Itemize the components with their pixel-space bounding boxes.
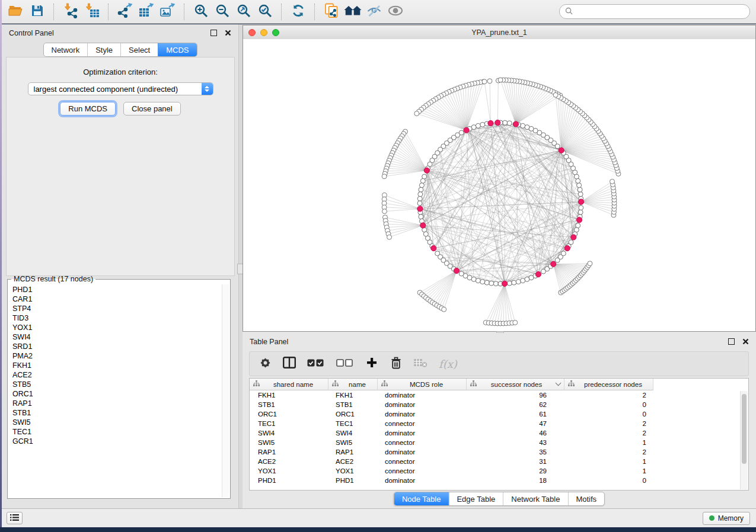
result-item[interactable]: PHD1 [12,285,218,294]
result-item[interactable]: SWI4 [12,332,218,342]
zoom-out-button[interactable] [212,2,233,21]
result-item[interactable]: PMA2 [12,351,218,361]
table-row[interactable]: FKH1FKH1dominator962 [250,390,748,400]
column-header-successor-nodes[interactable]: successor nodes [467,379,564,390]
result-item[interactable]: STB1 [12,408,218,418]
column-header-name[interactable]: name [328,379,378,390]
result-item[interactable]: RAP1 [12,399,218,408]
cell-name: FKH1 [328,392,378,399]
tab-style[interactable]: Style [87,43,120,56]
result-item[interactable]: SWI5 [12,418,218,427]
table-row[interactable]: STB1STB1dominator620 [250,400,748,409]
cell-successor-nodes: 46 [467,430,564,437]
result-item[interactable]: GCR1 [12,437,218,446]
close-table-panel-icon[interactable] [742,338,749,345]
float-panel-icon[interactable] [210,30,217,36]
delete-table-button[interactable] [414,357,428,371]
settings-button[interactable] [259,357,272,371]
cell-shared-name: ACE2 [250,458,328,465]
table-row[interactable]: RAP1RAP1dominator352 [250,447,748,457]
tab-network[interactable]: Network [43,43,87,56]
clone-network-button[interactable] [321,2,342,21]
open-session-button[interactable] [5,2,27,21]
close-panel-icon[interactable] [225,30,231,36]
network-graph[interactable] [243,39,755,331]
table-row[interactable]: PHD1PHD1dominator180 [250,476,748,485]
cell-name: STB1 [328,401,378,408]
result-item[interactable]: STP4 [12,304,218,313]
table-scrollbar-thumb[interactable] [742,394,747,464]
hide-selected-button[interactable] [363,2,385,21]
apply-layout-button[interactable] [288,2,309,21]
cell-MCDS-role: dominator [378,401,467,408]
cell-successor-nodes: 29 [467,467,564,475]
mcds-result-list: PHD1CAR1STP4TID3YOX1SWI4SRD1PMA2FKH1ACE2… [9,283,221,497]
zoom-in-button[interactable] [190,2,212,21]
result-item[interactable]: SRD1 [12,342,218,351]
result-item[interactable]: CAR1 [12,294,218,304]
split-view-button[interactable] [283,357,296,371]
tab-select[interactable]: Select [120,43,158,56]
close-panel-button[interactable]: Close panel [123,102,181,116]
search-input[interactable] [576,7,744,17]
run-mcds-button[interactable]: Run MCDS [60,102,116,116]
table-row[interactable]: YOX1YOX1connector291 [250,466,748,476]
table-row[interactable]: ACE2ACE2connector311 [250,457,748,466]
column-header-shared-name[interactable]: shared name [250,379,328,390]
maximize-window-icon[interactable] [272,29,279,36]
table-row[interactable]: SWI5SWI5connector431 [250,438,748,447]
save-session-button[interactable] [27,2,48,21]
first-neighbors-button[interactable] [342,2,363,21]
column-header-predecessor-nodes[interactable]: predecessor nodes [564,379,653,390]
function-builder-button[interactable]: f(x) [439,357,457,371]
result-item[interactable]: FKH1 [12,361,218,370]
result-item[interactable]: ORC1 [12,389,218,399]
export-network-button[interactable] [114,2,136,21]
tab-edge-table[interactable]: Edge Table [448,492,503,505]
column-header-MCDS-role[interactable]: MCDS role [378,379,467,390]
toolbar-buttons [5,2,406,21]
control-panel-title: Control Panel [9,29,54,37]
panel-list-button[interactable] [7,512,23,524]
cell-name: SWI5 [328,439,378,446]
tab-motifs[interactable]: Motifs [567,492,604,505]
network-canvas[interactable] [243,39,755,331]
table-row[interactable]: SWI4SWI4dominator462 [250,428,748,438]
cell-MCDS-role: connector [378,420,467,427]
sort-caret-icon [556,380,562,386]
criterion-dropdown[interactable]: largest connected component (undirected) [28,82,213,95]
select-all-button[interactable] [307,357,325,371]
search-box[interactable] [559,4,750,19]
tab-mcds[interactable]: MCDS [158,43,196,56]
tab-node-table[interactable]: Node Table [394,492,449,505]
result-item[interactable]: TID3 [12,313,218,323]
table-scrollbar[interactable] [740,391,748,489]
result-item[interactable]: YOX1 [12,323,218,332]
import-network-button[interactable] [60,2,81,21]
table-body: FKH1FKH1dominator962STB1STB1dominator620… [250,390,748,485]
close-window-icon[interactable] [248,29,256,36]
network-titlebar[interactable]: YPA_prune.txt_1 [243,25,755,40]
tab-network-table[interactable]: Network Table [503,492,567,505]
minimize-window-icon[interactable] [260,29,267,36]
add-row-button[interactable] [365,357,378,371]
delete-row-button[interactable] [390,357,403,371]
export-table-button[interactable] [136,2,157,21]
show-all-button[interactable] [385,2,406,21]
zoom-fit-button[interactable] [233,2,254,21]
node-table: shared namenameMCDS rolesuccessor nodesp… [249,378,749,491]
result-item[interactable]: ACE2 [12,370,218,380]
result-item[interactable]: STB5 [12,380,218,389]
cell-successor-nodes: 61 [467,411,564,418]
table-panel-titlebar: Table Panel [243,333,756,350]
import-table-button[interactable] [81,2,103,21]
deselect-all-button[interactable] [336,357,354,371]
table-row[interactable]: ORC1ORC1dominator610 [250,409,748,419]
memory-button[interactable]: Memory [703,512,750,525]
float-table-panel-icon[interactable] [728,338,735,345]
result-item[interactable]: TEC1 [12,427,218,437]
zoom-selected-button[interactable] [254,2,276,21]
table-row[interactable]: TEC1TEC1connector472 [250,419,748,428]
result-list-scrollbar[interactable] [222,284,229,497]
export-image-button[interactable] [157,2,178,21]
